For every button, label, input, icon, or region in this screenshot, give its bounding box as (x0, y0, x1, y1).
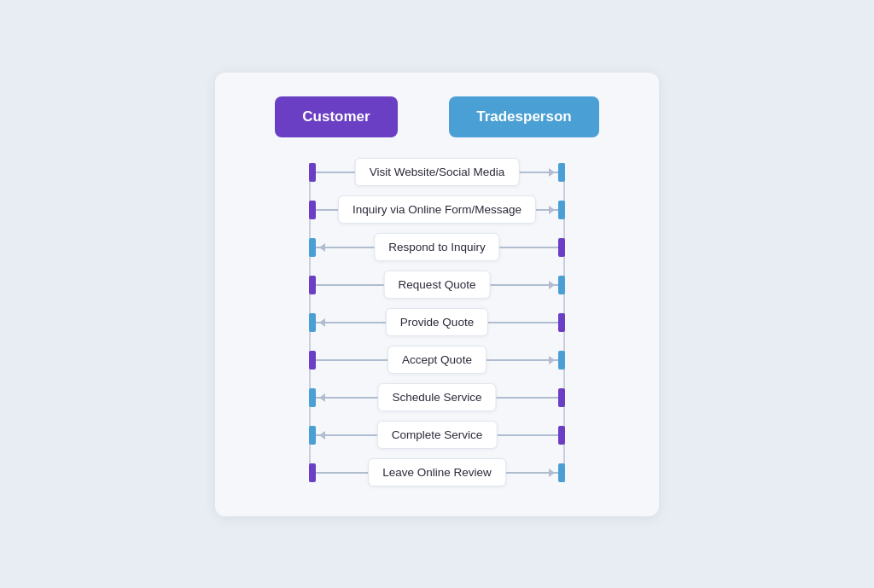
step-label: Accept Quote (387, 346, 487, 374)
right-tick (558, 163, 565, 182)
step-label: Leave Online Review (368, 458, 506, 486)
arrow-line: Visit Website/Social Media (316, 172, 558, 173)
right-tick (558, 426, 565, 445)
customer-header: Customer (275, 96, 397, 137)
step-label: Provide Quote (386, 308, 488, 336)
arrow-line: Request Quote (316, 284, 558, 286)
right-tick (558, 276, 565, 294)
step-label: Schedule Service (377, 383, 496, 411)
diagram-panel: Customer Tradesperson Visit Website/Soci… (215, 73, 659, 516)
arrow-line: Provide Quote (316, 322, 558, 323)
step-row: Complete Service (309, 426, 565, 445)
step-label: Complete Service (377, 421, 498, 449)
step-row: Inquiry via Online Form/Message (309, 201, 565, 219)
right-tick (558, 238, 565, 257)
diagram-headers: Customer Tradesperson (215, 73, 659, 137)
left-tick (309, 201, 316, 219)
left-tick (309, 276, 316, 294)
step-row: Visit Website/Social Media (309, 163, 565, 182)
right-tick (558, 388, 565, 407)
step-row: Schedule Service (309, 388, 565, 407)
lanes-body: Visit Website/Social MediaInquiry via On… (215, 163, 659, 482)
step-row: Respond to Inquiry (309, 238, 565, 257)
arrow-line: Accept Quote (316, 359, 558, 361)
step-row: Request Quote (309, 276, 565, 294)
arrow-line: Respond to Inquiry (316, 247, 558, 248)
step-row: Leave Online Review (309, 463, 565, 482)
step-row: Provide Quote (309, 313, 565, 332)
step-label: Request Quote (384, 271, 491, 299)
left-tick (309, 463, 316, 482)
left-tick (309, 163, 316, 182)
arrow-line: Schedule Service (316, 397, 558, 399)
tradesperson-header: Tradesperson (449, 96, 599, 137)
arrow-line: Leave Online Review (316, 472, 558, 474)
steps-container: Visit Website/Social MediaInquiry via On… (249, 163, 625, 482)
step-row: Accept Quote (309, 351, 565, 370)
right-tick (558, 201, 565, 219)
right-tick (558, 351, 565, 370)
arrow-line: Complete Service (316, 434, 558, 436)
left-tick (309, 351, 316, 370)
step-label: Visit Website/Social Media (355, 158, 520, 186)
step-label: Respond to Inquiry (374, 233, 499, 261)
step-label: Inquiry via Online Form/Message (338, 195, 536, 224)
arrow-line: Inquiry via Online Form/Message (316, 209, 558, 211)
right-tick (558, 313, 565, 332)
right-tick (558, 463, 565, 482)
